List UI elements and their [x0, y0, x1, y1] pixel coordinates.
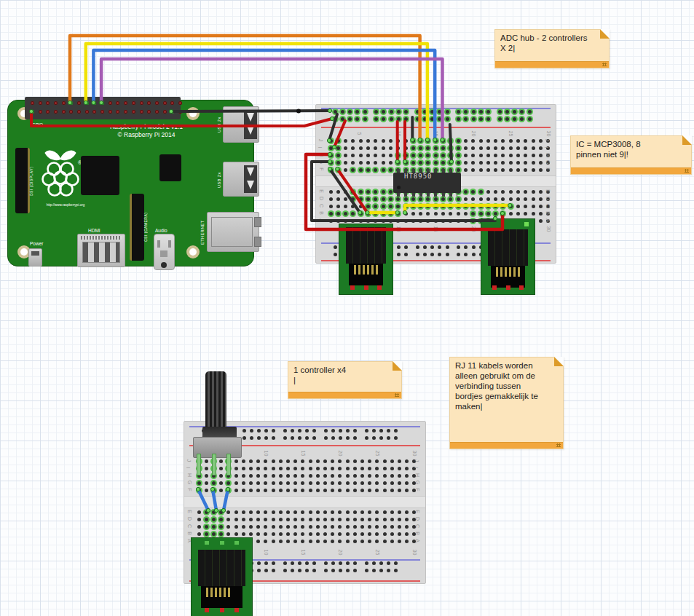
gpio-pin[interactable] — [85, 110, 89, 114]
gpio-pin[interactable] — [69, 101, 73, 105]
breadboard-hole — [464, 197, 468, 201]
resize-grip-icon[interactable] — [395, 393, 399, 397]
gpio-pin[interactable] — [31, 101, 34, 105]
gpio-pin[interactable] — [132, 101, 135, 105]
note-resize-bar[interactable] — [450, 442, 563, 449]
resize-grip-icon[interactable] — [602, 63, 607, 66]
sticky-note-mcp3008[interactable]: IC = MCP3008, 8 pinnen niet 9|! — [570, 135, 692, 175]
breadboard-hole — [372, 429, 376, 433]
column-label: 30 — [412, 451, 417, 457]
breadboard-hole — [411, 154, 415, 157]
breadboard-hole — [387, 436, 390, 440]
breadboard-hole — [423, 245, 427, 249]
breadboard-hole — [524, 190, 527, 194]
gpio-pin[interactable] — [62, 110, 66, 114]
breadboard-hole — [316, 481, 320, 485]
breadboard-hole — [286, 481, 290, 485]
note-resize-bar[interactable] — [495, 61, 609, 68]
gpio-pin[interactable] — [62, 101, 66, 105]
gpio-pin[interactable] — [170, 101, 174, 105]
rj11-connector-bottom[interactable] — [191, 537, 253, 616]
breadboard-hole — [339, 429, 342, 433]
gpio-pin[interactable] — [46, 101, 50, 105]
breadboard-hole — [205, 525, 208, 529]
gpio-pin[interactable] — [85, 101, 89, 105]
sticky-note-rj11[interactable]: RJ 11 kabels worden alleen gebruikt om d… — [449, 357, 564, 449]
gpio-pin[interactable] — [69, 110, 73, 114]
resize-grip-icon[interactable] — [556, 443, 561, 447]
gpio-pin[interactable] — [163, 101, 167, 105]
column-label: 15 — [434, 131, 439, 137]
breadboard-hole — [423, 117, 427, 121]
breadboard-hole — [366, 219, 370, 223]
breadboard-hole — [272, 532, 275, 536]
ic-chip[interactable]: HT8950 — [393, 173, 461, 193]
solder-pad — [234, 541, 239, 545]
gpio-pin[interactable] — [46, 110, 50, 114]
breadboard-hole — [351, 219, 355, 223]
raspberry-pi-board[interactable]: GPIO Raspberry Pi Model 2 v1.1 © Raspber… — [7, 100, 254, 266]
gpio-pin[interactable] — [124, 101, 127, 105]
row-label: J — [545, 139, 550, 142]
gpio-pin[interactable] — [109, 110, 112, 114]
gpio-pin[interactable] — [163, 110, 167, 114]
row-label: A — [545, 218, 551, 222]
gpio-pin[interactable] — [178, 110, 182, 114]
column-label: 30 — [412, 550, 417, 556]
breadboard-hole — [324, 569, 328, 572]
gpio-pin[interactable] — [39, 101, 42, 105]
breadboard-hole — [520, 117, 524, 121]
gpio-pin[interactable] — [178, 101, 182, 105]
gpio-pin[interactable] — [39, 110, 42, 114]
gpio-pin[interactable] — [77, 101, 81, 105]
row-label: C — [187, 524, 192, 528]
gpio-pin[interactable] — [132, 110, 135, 114]
gpio-pin[interactable] — [100, 101, 104, 105]
note-resize-bar[interactable] — [288, 392, 401, 398]
row-label: G — [415, 481, 420, 484]
breadboard-hole — [312, 569, 316, 572]
row-label: D — [319, 197, 324, 200]
breadboard-hole — [501, 168, 505, 172]
resize-grip-icon[interactable] — [685, 169, 689, 173]
gpio-pin[interactable] — [116, 110, 119, 114]
breadboard-hole — [374, 117, 378, 121]
gpio-pin[interactable] — [54, 101, 58, 105]
gpio-pin[interactable] — [92, 110, 96, 114]
breadboard-hole — [532, 154, 535, 157]
gpio-pin[interactable] — [92, 101, 96, 105]
ic-pin1-marker — [397, 186, 401, 189]
breadboard-hole — [411, 139, 415, 143]
breadboard-hole — [472, 253, 476, 256]
breadboard-hole — [341, 117, 344, 121]
gpio-pin[interactable] — [77, 110, 81, 114]
breadboard-hole — [394, 569, 398, 572]
rj11-connector-left[interactable] — [339, 224, 393, 295]
gpio-pin[interactable] — [147, 101, 151, 105]
breadboard-hole — [359, 205, 363, 208]
note-resize-bar[interactable] — [571, 167, 691, 174]
gpio-pin[interactable] — [100, 110, 104, 114]
gpio-pin[interactable] — [155, 101, 159, 105]
breadboard-hole — [346, 459, 350, 463]
gpio-pin[interactable] — [140, 110, 143, 114]
sticky-note-adc-hub[interactable]: ADC hub - 2 controllers X 2| — [494, 29, 610, 68]
gpio-pin[interactable] — [54, 110, 58, 114]
gpio-pin[interactable] — [124, 110, 127, 114]
gpio-pin[interactable] — [155, 110, 159, 114]
gpio-header[interactable] — [25, 97, 181, 119]
potentiometer[interactable] — [186, 371, 242, 477]
gpio-pin[interactable] — [140, 101, 143, 105]
breadboard-hole — [398, 474, 401, 478]
gpio-pin[interactable] — [116, 101, 119, 105]
gpio-pin[interactable] — [147, 110, 151, 114]
gpio-pin[interactable] — [170, 110, 174, 114]
gpio-pin[interactable] — [31, 110, 34, 114]
breadboard-hole — [264, 481, 267, 485]
gpio-pin[interactable] — [109, 101, 112, 105]
breadboard-hole — [212, 518, 216, 521]
breadboard-hole — [509, 197, 513, 201]
sticky-note-controller[interactable]: 1 controller x4 | — [288, 361, 402, 399]
rj11-connector-right[interactable] — [481, 218, 535, 295]
breadboard-hole — [286, 489, 290, 492]
